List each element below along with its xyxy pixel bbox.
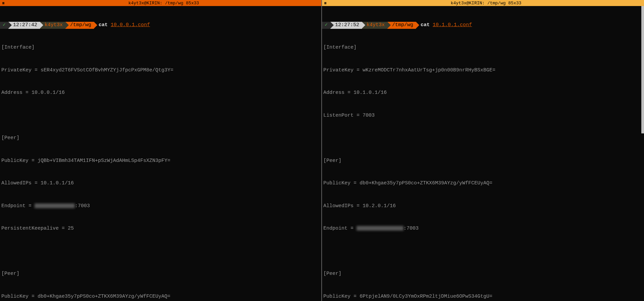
titlebar-left[interactable]: ▦ k4yt3x@KIRIN: /tmp/wg 85x33 [0, 0, 321, 6]
endpoint-suffix: :7003 [75, 203, 90, 209]
endpoint-prefix: Endpoint = [323, 226, 357, 231]
output-line: PersistentKeepalive = 25 [0, 225, 321, 233]
prompt-path: /tmp/wg [65, 22, 94, 29]
output-line: ListenPort = 7003 [322, 112, 644, 120]
status-check-icon: ✓ [322, 22, 330, 29]
window-icon: ▦ [1, 1, 6, 5]
scrollbar[interactable] [641, 6, 644, 133]
output-blank [0, 112, 321, 120]
terminal-body-left[interactable]: ✓ 12:27:42 k4yt3x /tmp/wg cat 10.0.0.1.c… [0, 6, 321, 301]
terminal-pane-left[interactable]: ▦ k4yt3x@KIRIN: /tmp/wg 85x33 ✓ 12:27:42… [0, 0, 322, 301]
output-line: AllowedIPs = 10.2.0.1/16 [322, 202, 644, 210]
titlebar-text: k4yt3x@KIRIN: /tmp/wg 85x33 [329, 1, 643, 6]
output-line: Address = 10.1.0.1/16 [322, 89, 644, 97]
output-line: Endpoint = xxxxxxxxxxxxxxx:7003 [322, 225, 644, 233]
prompt-user: k4yt3x [40, 22, 65, 29]
titlebar-text: k4yt3x@KIRIN: /tmp/wg 85x33 [7, 1, 320, 6]
output-blank [0, 248, 321, 255]
prompt-time: 12:27:42 [8, 22, 40, 29]
window-icon: ▦ [323, 1, 328, 5]
command-area: cat 10.0.0.1.conf [94, 21, 150, 29]
status-check-icon: ✓ [0, 22, 8, 29]
output-line: PublicKey = db0+Khgae35y7pPS0co+ZTKX6M39… [0, 293, 321, 301]
redacted-ip: xxxxxxxxxxxxxxx [357, 226, 404, 231]
prompt-path: /tmp/wg [387, 22, 416, 29]
prompt-line: ✓ 12:27:52 k4yt3x /tmp/wg cat 10.1.0.1.c… [322, 22, 644, 29]
output-line: [Peer] [0, 134, 321, 142]
titlebar-right[interactable]: ▦ k4yt3x@KIRIN: /tmp/wg 85x33 [322, 0, 644, 6]
endpoint-prefix: Endpoint = [1, 203, 35, 209]
output-line: Address = 10.0.0.1/16 [0, 89, 321, 97]
prompt-user: k4yt3x [362, 22, 387, 29]
command-name: cat [99, 22, 108, 28]
output-blank [322, 134, 644, 142]
output-line: [Interface] [322, 44, 644, 52]
output-line: [Peer] [322, 270, 644, 278]
prompt-line: ✓ 12:27:42 k4yt3x /tmp/wg cat 10.0.0.1.c… [0, 22, 321, 29]
output-line: [Interface] [0, 44, 321, 52]
output-line: PrivateKey = wKzreMODCTr7nhxAatUrTsg+jp0… [322, 67, 644, 74]
command-arg: 10.1.0.1.conf [433, 22, 472, 28]
endpoint-suffix: :7003 [404, 226, 419, 231]
terminal-body-right[interactable]: ✓ 12:27:52 k4yt3x /tmp/wg cat 10.1.0.1.c… [322, 6, 644, 301]
command-name: cat [421, 22, 430, 28]
output-line: AllowedIPs = 10.1.0.1/16 [0, 180, 321, 187]
command-area: cat 10.1.0.1.conf [416, 21, 472, 29]
output-line: [Peer] [322, 157, 644, 165]
output-line: PrivateKey = sER4xyd2T6FVSotCOfBvhMYZYjJ… [0, 67, 321, 74]
prompt-time: 12:27:52 [330, 22, 362, 29]
output-line: PublicKey = 6PtpjelAN9/0LCy3YmOxRPm2ltjD… [322, 293, 644, 301]
output-blank [322, 248, 644, 255]
output-line: PublicKey = jQBb+VIBmh34TAM1IFN+pSzWjAdA… [0, 157, 321, 165]
output-line: [Peer] [0, 270, 321, 278]
redacted-ip: xxxxxxxxxxxxx [35, 203, 75, 208]
command-arg: 10.0.0.1.conf [111, 22, 150, 28]
output-line: Endpoint = xxxxxxxxxxxxx:7003 [0, 202, 321, 210]
terminal-pane-right[interactable]: ▦ k4yt3x@KIRIN: /tmp/wg 85x33 ✓ 12:27:52… [322, 0, 644, 301]
output-line: PublicKey = db0+Khgae35y7pPS0co+ZTKX6M39… [322, 180, 644, 187]
